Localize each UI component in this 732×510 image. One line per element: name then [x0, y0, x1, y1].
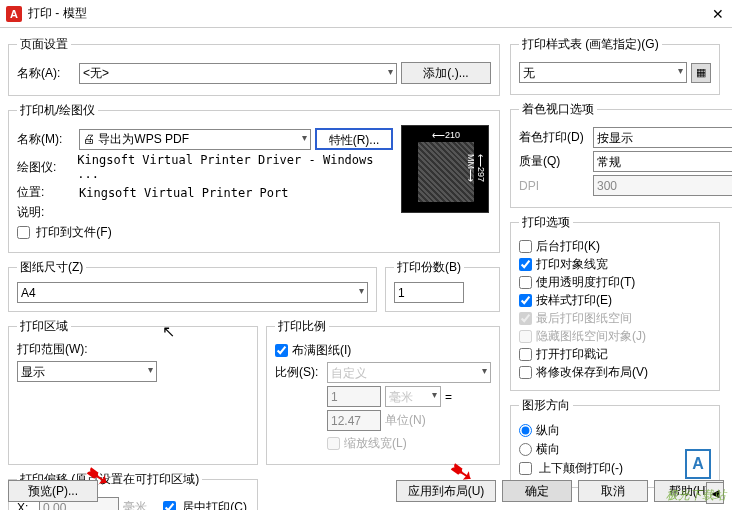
style-edit-icon[interactable]: ▦: [691, 63, 711, 83]
style-table-select[interactable]: 无: [519, 62, 687, 83]
scale-ratio-label: 比例(S):: [275, 364, 323, 381]
paper-size-select[interactable]: A4: [17, 282, 368, 303]
location-label: 位置:: [17, 184, 75, 201]
close-icon[interactable]: ✕: [710, 6, 726, 22]
quality-label: 质量(Q): [519, 153, 589, 170]
properties-button[interactable]: 特性(R)...: [315, 128, 393, 150]
app-logo: A: [6, 6, 22, 22]
plot-option-check[interactable]: 按样式打印(E): [519, 292, 711, 309]
window-title: 打印 - 模型: [28, 5, 710, 22]
printer-name-select[interactable]: 🖨 导出为WPS PDF: [79, 129, 311, 150]
print-to-file-check[interactable]: 打印到文件(F): [17, 224, 112, 241]
plot-option-check[interactable]: 使用透明度打印(T): [519, 274, 711, 291]
paper-preview: ⟵210 MM⟶ ⟵297 MM⟶: [401, 125, 489, 213]
shade-plot-select[interactable]: 按显示: [593, 127, 732, 148]
plot-option-check[interactable]: 打开打印戳记: [519, 346, 711, 363]
add-button[interactable]: 添加(.)...: [401, 62, 491, 84]
shade-plot-label: 着色打印(D): [519, 129, 589, 146]
pagesetup-name-label: 名称(A):: [17, 65, 75, 82]
dpi-label: DPI: [519, 179, 589, 193]
upside-down-check[interactable]: 上下颠倒打印(-): [519, 460, 711, 477]
scale-unit2-label: 单位(N): [385, 412, 426, 429]
shaded-group: 着色视口选项 着色打印(D)按显示 质量(Q)常规 DPI: [510, 101, 732, 208]
fit-to-paper-check[interactable]: 布满图纸(I): [275, 342, 491, 359]
copies-group: 打印份数(B): [385, 259, 500, 312]
print-range-select[interactable]: 显示: [17, 361, 157, 382]
plot-option-check[interactable]: 将修改保存到布局(V): [519, 364, 711, 381]
orientation-legend: 图形方向: [519, 397, 573, 414]
scale-select: 自定义: [327, 362, 491, 383]
printer-legend: 打印机/绘图仪: [17, 102, 98, 119]
scale-legend: 打印比例: [275, 318, 329, 335]
print-range-label: 打印范围(W):: [17, 341, 249, 358]
preview-button[interactable]: 预览(P)...: [8, 480, 98, 502]
copies-input[interactable]: [394, 282, 464, 303]
paper-size-group: 图纸尺寸(Z) A4: [8, 259, 377, 312]
page-setup-group: 页面设置 名称(A): <无> 添加(.)...: [8, 36, 500, 96]
preview-height-label: ⟵297 MM⟶: [466, 154, 486, 212]
copies-legend: 打印份数(B): [394, 259, 464, 276]
print-area-legend: 打印区域: [17, 318, 71, 335]
pagesetup-name-select[interactable]: <无>: [79, 63, 397, 84]
plotter-label: 绘图仪:: [17, 159, 73, 176]
dpi-input: [593, 175, 732, 196]
plot-option-check: 隐藏图纸空间对象(J): [519, 328, 711, 345]
plotter-value: Kingsoft Virtual Printer Driver - Window…: [77, 153, 393, 181]
shaded-legend: 着色视口选项: [519, 101, 597, 118]
expand-button[interactable]: ◀: [706, 482, 724, 504]
paper-size-legend: 图纸尺寸(Z): [17, 259, 86, 276]
orientation-icon: A: [685, 449, 711, 479]
plot-option-check[interactable]: 后台打印(K): [519, 238, 711, 255]
plot-options-group: 打印选项 后台打印(K)打印对象线宽使用透明度打印(T)按样式打印(E)最后打印…: [510, 214, 720, 391]
landscape-radio[interactable]: 横向: [519, 441, 711, 458]
print-area-group: 打印区域 打印范围(W): 显示: [8, 318, 258, 465]
scale-group: 打印比例 布满图纸(I) 比例(S): 自定义 毫米 = 单位(N): [266, 318, 500, 465]
apply-layout-button[interactable]: 应用到布局(U): [396, 480, 496, 502]
printer-group: 打印机/绘图仪 名称(M): 🖨 导出为WPS PDF 特性(R)... 绘图仪…: [8, 102, 500, 253]
printer-name-label: 名称(M):: [17, 131, 75, 148]
plot-option-check[interactable]: 打印对象线宽: [519, 256, 711, 273]
scale-den-input: [327, 410, 381, 431]
equals-label: =: [445, 390, 452, 404]
quality-select[interactable]: 常规: [593, 151, 732, 172]
page-setup-legend: 页面设置: [17, 36, 71, 53]
plot-option-check: 最后打印图纸空间: [519, 310, 711, 327]
scale-num-input: [327, 386, 381, 407]
orientation-group: 图形方向 纵向 横向 上下颠倒打印(-) A: [510, 397, 720, 488]
scale-lineweights-check: 缩放线宽(L): [327, 435, 407, 452]
style-table-group: 打印样式表 (画笔指定)(G) 无 ▦: [510, 36, 720, 95]
scale-unit1-select: 毫米: [385, 386, 441, 407]
portrait-radio[interactable]: 纵向: [519, 422, 711, 439]
plot-options-legend: 打印选项: [519, 214, 573, 231]
cancel-button[interactable]: 取消: [578, 480, 648, 502]
location-value: Kingsoft Virtual Printer Port: [79, 186, 289, 200]
ok-button[interactable]: 确定: [502, 480, 572, 502]
desc-label: 说明:: [17, 204, 75, 221]
style-table-legend: 打印样式表 (画笔指定)(G): [519, 36, 662, 53]
